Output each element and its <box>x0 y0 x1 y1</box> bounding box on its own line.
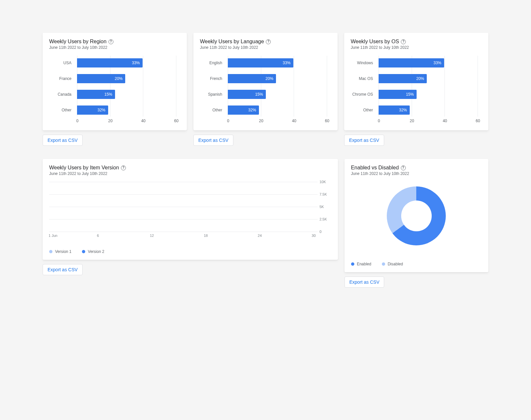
axis-tick: 0 <box>225 119 231 123</box>
legend-version2: Version 2 <box>82 249 104 254</box>
os-subtitle: June 11th 2022 to July 10th 2022 <box>351 45 482 50</box>
bar-row: French20% <box>228 74 331 83</box>
version-legend: Version 1 Version 2 <box>49 249 331 254</box>
export-csv-button[interactable]: Export as CSV <box>193 135 233 146</box>
bar: 20% <box>379 74 427 83</box>
enabled-chart <box>351 182 482 250</box>
axis-tick: 0 <box>376 119 382 123</box>
help-icon[interactable]: ? <box>108 39 113 44</box>
axis-tick: 20 <box>409 119 415 123</box>
region-card: Weekly Users by Region ? June 11th 2022 … <box>43 33 187 130</box>
bar-label: Chrome OS <box>351 92 376 97</box>
language-column: Weekly Users by Language ? June 11th 202… <box>193 33 338 146</box>
language-subtitle: June 11th 2022 to July 10th 2022 <box>200 45 331 50</box>
axis-tick: 40 <box>291 119 297 123</box>
bar: 15% <box>228 90 266 99</box>
bar-row: Other32% <box>228 105 331 115</box>
axis-tick: 30 <box>312 234 316 238</box>
axis-tick: 60 <box>324 119 330 123</box>
bar-label: English <box>200 61 226 65</box>
axis-tick: 60 <box>475 119 481 123</box>
bar-label: Mac OS <box>351 76 376 81</box>
region-chart: 0204060 USA33%France20%Canada15%Other32% <box>49 56 180 124</box>
bar-label: Canada <box>49 92 75 97</box>
help-icon[interactable]: ? <box>401 39 406 44</box>
axis-tick: 0 <box>320 230 331 234</box>
enabled-legend: Enabled Disabled <box>351 262 482 266</box>
bar-label: Other <box>200 108 226 112</box>
legend-enabled: Enabled <box>351 262 371 266</box>
version-card: Weekly Users by Item Version ? June 11th… <box>43 159 338 260</box>
bar-label: French <box>200 76 226 81</box>
bar-label: Other <box>49 108 75 112</box>
bar-row: English33% <box>228 58 331 67</box>
bar-label: Other <box>351 108 376 112</box>
bar-row: Spanish15% <box>228 90 331 99</box>
export-csv-button[interactable]: Export as CSV <box>344 277 384 288</box>
bar-row: Windows33% <box>379 58 482 67</box>
axis-tick: 6 <box>97 234 99 238</box>
help-icon[interactable]: ? <box>401 165 406 170</box>
bar-label: France <box>49 76 75 81</box>
axis-tick: 12 <box>150 234 154 238</box>
axis-tick: 40 <box>140 119 147 123</box>
bar-label: Spanish <box>200 92 226 97</box>
legend-dot-icon <box>382 262 385 266</box>
bar-row: USA33% <box>77 58 180 67</box>
bar: 20% <box>228 74 276 83</box>
bar: 32% <box>77 105 108 115</box>
bar: 33% <box>379 58 444 67</box>
help-icon[interactable]: ? <box>121 165 126 170</box>
os-card: Weekly Users by OS ? June 11th 2022 to J… <box>344 33 488 130</box>
bar-row: Chrome OS15% <box>379 90 482 99</box>
bar: 33% <box>228 58 293 67</box>
axis-tick: 0 <box>74 119 81 123</box>
axis-tick: 20 <box>258 119 265 123</box>
bar: 15% <box>379 90 417 99</box>
bar-row: Other32% <box>77 105 180 115</box>
legend-disabled: Disabled <box>382 262 403 266</box>
enabled-card: Enabled vs Disabled ? June 11th 2022 to … <box>344 159 488 272</box>
enabled-column: Enabled vs Disabled ? June 11th 2022 to … <box>344 159 488 288</box>
axis-tick: 24 <box>258 234 262 238</box>
axis-tick: 1 Jun <box>49 234 57 238</box>
region-column: Weekly Users by Region ? June 11th 2022 … <box>43 33 187 146</box>
axis-tick: 40 <box>442 119 448 123</box>
region-subtitle: June 11th 2022 to July 10th 2022 <box>49 45 180 50</box>
axis-tick: 18 <box>204 234 208 238</box>
version-column: Weekly Users by Item Version ? June 11th… <box>43 159 338 288</box>
bar: 15% <box>77 90 115 99</box>
os-column: Weekly Users by OS ? June 11th 2022 to J… <box>344 33 488 146</box>
bar-label: Windows <box>351 61 376 65</box>
bar-row: Mac OS20% <box>379 74 482 83</box>
language-title: Weekly Users by Language ? <box>200 39 271 45</box>
export-csv-button[interactable]: Export as CSV <box>344 135 384 146</box>
bar: 33% <box>77 58 143 67</box>
bar: 32% <box>228 105 259 115</box>
enabled-subtitle: June 11th 2022 to July 10th 2022 <box>351 171 482 176</box>
version-chart: 10K7.5K5K2.5K0 1 Jun612182430 <box>49 182 331 238</box>
legend-dot-icon <box>351 262 354 266</box>
os-chart: 0204060 Windows33%Mac OS20%Chrome OS15%O… <box>351 56 482 124</box>
export-csv-button[interactable]: Export as CSV <box>43 135 83 146</box>
os-title: Weekly Users by OS ? <box>351 39 406 45</box>
version-subtitle: June 11th 2022 to July 10th 2022 <box>49 171 331 176</box>
axis-tick: 7.5K <box>320 192 331 196</box>
enabled-title: Enabled vs Disabled ? <box>351 165 406 171</box>
export-csv-button[interactable]: Export as CSV <box>43 264 83 275</box>
axis-tick: 5K <box>320 205 331 209</box>
version-title: Weekly Users by Item Version ? <box>49 165 126 171</box>
bar-row: Canada15% <box>77 90 180 99</box>
legend-dot-icon <box>82 250 85 253</box>
help-icon[interactable]: ? <box>266 39 271 44</box>
language-card: Weekly Users by Language ? June 11th 202… <box>193 33 338 130</box>
bar-row: Other32% <box>379 105 482 115</box>
bar-label: USA <box>49 61 75 65</box>
bar-row: France20% <box>77 74 180 83</box>
axis-tick: 60 <box>173 119 180 123</box>
axis-tick: 10K <box>320 180 331 184</box>
axis-tick: 20 <box>107 119 114 123</box>
language-chart: 0204060 English33%French20%Spanish15%Oth… <box>200 56 331 124</box>
legend-version1: Version 1 <box>49 249 71 254</box>
region-title: Weekly Users by Region ? <box>49 39 113 45</box>
